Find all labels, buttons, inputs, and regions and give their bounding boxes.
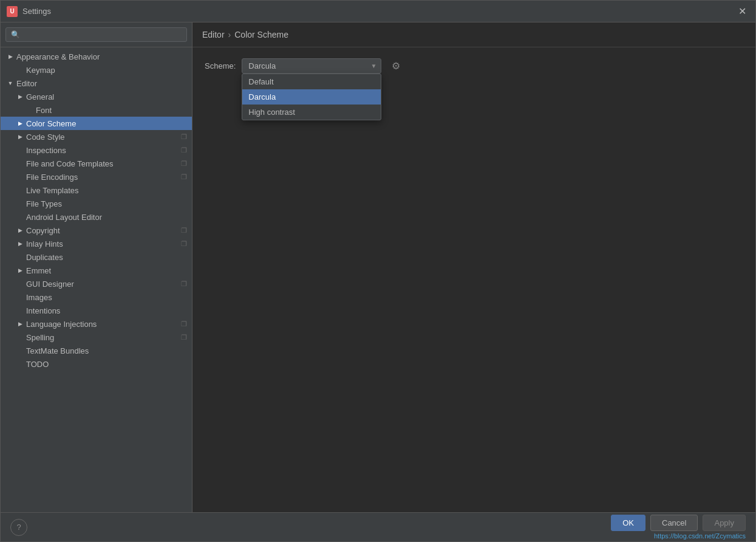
sidebar-item-inspections[interactable]: Inspections❐: [1, 143, 192, 157]
sidebar-item-label-color-scheme: Color Scheme: [26, 119, 76, 128]
sidebar-item-label-font: Font: [36, 106, 52, 115]
sidebar-item-textmate-bundles[interactable]: TextMate Bundles: [1, 344, 192, 357]
panel-content: Scheme: Darcula ▼ DefaultDarculaHigh con…: [192, 47, 755, 512]
sidebar-item-code-style[interactable]: Code Style❐: [1, 130, 192, 143]
scheme-dropdown[interactable]: Darcula: [242, 58, 381, 74]
sidebar-item-file-types[interactable]: File Types: [1, 197, 192, 210]
search-box: [1, 22, 192, 47]
breadcrumb: Editor › Color Scheme: [192, 22, 755, 47]
spelling-copy-icon: ❐: [181, 334, 187, 341]
sidebar-item-label-android-layout: Android Layout Editor: [26, 213, 102, 222]
code-style-copy-icon: ❐: [181, 133, 187, 141]
sidebar-item-label-copyright: Copyright: [26, 226, 60, 235]
sidebar-item-label-keymap: Keymap: [26, 66, 55, 75]
sidebar-item-label-images: Images: [26, 293, 52, 302]
sidebar-item-label-inlay-hints: Inlay Hints: [26, 239, 63, 249]
cancel-button[interactable]: Cancel: [650, 515, 698, 531]
url-text: https://blog.csdn.net/Zcymatics: [654, 532, 746, 540]
appearance-arrow-icon: [5, 52, 15, 61]
action-buttons: OK Cancel Apply: [611, 515, 746, 531]
sidebar-item-label-file-code-templates: File and Code Templates: [26, 159, 114, 168]
sidebar-item-label-live-templates: Live Templates: [26, 186, 78, 195]
sidebar-item-label-gui-designer: GUI Designer: [26, 280, 74, 289]
sidebar-item-live-templates[interactable]: Live Templates: [1, 184, 192, 197]
sidebar: Appearance & BehaviorKeymapEditorGeneral…: [1, 22, 192, 512]
inspections-copy-icon: ❐: [181, 146, 187, 154]
breadcrumb-parent: Editor: [202, 30, 225, 39]
bottom-bar: ? OK Cancel Apply https://blog.csdn.net/…: [1, 512, 755, 541]
sidebar-item-copyright[interactable]: Copyright❐: [1, 224, 192, 237]
scheme-dropdown-wrapper: Darcula ▼ DefaultDarculaHigh contrast: [242, 58, 381, 74]
sidebar-item-file-encodings[interactable]: File Encodings❐: [1, 170, 192, 184]
sidebar-item-font[interactable]: Font: [1, 103, 192, 117]
editor-arrow-icon: [5, 78, 15, 88]
window-title: Settings: [22, 7, 51, 16]
title-bar: U Settings ✕: [1, 1, 755, 22]
code-style-arrow-icon: [15, 132, 25, 142]
sidebar-item-label-intentions: Intentions: [26, 306, 60, 315]
app-icon: U: [7, 6, 18, 17]
sidebar-item-language-injections[interactable]: Language Injections❐: [1, 317, 192, 331]
language-injections-arrow-icon: [15, 319, 25, 329]
sidebar-item-todo[interactable]: TODO: [1, 357, 192, 371]
sidebar-item-label-todo: TODO: [26, 360, 49, 369]
color-scheme-arrow-icon: [15, 118, 25, 128]
scheme-dropdown-popup: DefaultDarculaHigh contrast: [242, 74, 381, 120]
file-encodings-copy-icon: ❐: [181, 173, 187, 181]
file-code-templates-copy-icon: ❐: [181, 160, 187, 168]
sidebar-item-label-duplicates: Duplicates: [26, 253, 63, 262]
sidebar-item-android-layout[interactable]: Android Layout Editor: [1, 210, 192, 224]
inlay-hints-arrow-icon: [15, 239, 25, 249]
scheme-row: Scheme: Darcula ▼ DefaultDarculaHigh con…: [205, 57, 743, 74]
right-panel: Editor › Color Scheme Scheme: Darcula ▼: [192, 22, 755, 512]
sidebar-item-inlay-hints[interactable]: Inlay Hints❐: [1, 237, 192, 250]
help-button[interactable]: ?: [10, 519, 27, 536]
sidebar-item-duplicates[interactable]: Duplicates: [1, 250, 192, 264]
dropdown-option-darcula[interactable]: Darcula: [242, 89, 381, 105]
scheme-label: Scheme:: [205, 61, 236, 70]
sidebar-item-color-scheme[interactable]: Color Scheme: [1, 117, 192, 130]
sidebar-item-appearance[interactable]: Appearance & Behavior: [1, 50, 192, 63]
sidebar-item-label-textmate-bundles: TextMate Bundles: [26, 346, 89, 355]
sidebar-item-label-inspections: Inspections: [26, 146, 66, 155]
breadcrumb-current: Color Scheme: [234, 30, 288, 39]
sidebar-item-emmet[interactable]: Emmet: [1, 264, 192, 277]
scheme-selected-value: Darcula: [248, 61, 276, 70]
copyright-arrow-icon: [15, 225, 25, 235]
sidebar-item-editor[interactable]: Editor: [1, 77, 192, 90]
sidebar-item-spelling[interactable]: Spelling❐: [1, 331, 192, 344]
main-content: Appearance & BehaviorKeymapEditorGeneral…: [1, 22, 755, 512]
sidebar-item-label-spelling: Spelling: [26, 333, 54, 342]
sidebar-item-label-editor: Editor: [16, 79, 37, 88]
gui-designer-copy-icon: ❐: [181, 280, 187, 288]
sidebar-item-label-file-types: File Types: [26, 199, 62, 208]
gear-button[interactable]: ⚙: [387, 57, 404, 74]
sidebar-item-label-code-style: Code Style: [26, 132, 65, 142]
breadcrumb-separator: ›: [228, 30, 231, 39]
language-injections-copy-icon: ❐: [181, 320, 187, 328]
sidebar-item-intentions[interactable]: Intentions: [1, 304, 192, 317]
sidebar-item-label-appearance: Appearance & Behavior: [16, 52, 100, 61]
ok-button[interactable]: OK: [611, 515, 645, 531]
sidebar-item-keymap[interactable]: Keymap: [1, 63, 192, 77]
sidebar-item-general[interactable]: General: [1, 90, 192, 103]
settings-window: U Settings ✕ Appearance & BehaviorKeymap…: [0, 0, 756, 542]
sidebar-item-label-general: General: [26, 92, 54, 101]
close-button[interactable]: ✕: [735, 4, 749, 19]
dropdown-option-high-contrast[interactable]: High contrast: [242, 105, 381, 120]
dropdown-option-default[interactable]: Default: [242, 74, 381, 89]
bottom-right: OK Cancel Apply https://blog.csdn.net/Zc…: [611, 515, 746, 540]
copyright-copy-icon: ❐: [181, 227, 187, 235]
inlay-hints-copy-icon: ❐: [181, 240, 187, 248]
sidebar-item-file-code-templates[interactable]: File and Code Templates❐: [1, 157, 192, 170]
sidebar-item-label-language-injections: Language Injections: [26, 320, 97, 329]
emmet-arrow-icon: [15, 266, 25, 275]
sidebar-item-gui-designer[interactable]: GUI Designer❐: [1, 277, 192, 290]
sidebar-item-label-emmet: Emmet: [26, 266, 51, 275]
apply-button[interactable]: Apply: [703, 515, 746, 531]
sidebar-item-label-file-encodings: File Encodings: [26, 173, 78, 182]
settings-tree: Appearance & BehaviorKeymapEditorGeneral…: [1, 47, 192, 512]
general-arrow-icon: [15, 92, 25, 101]
sidebar-item-images[interactable]: Images: [1, 290, 192, 304]
search-input[interactable]: [5, 27, 187, 42]
